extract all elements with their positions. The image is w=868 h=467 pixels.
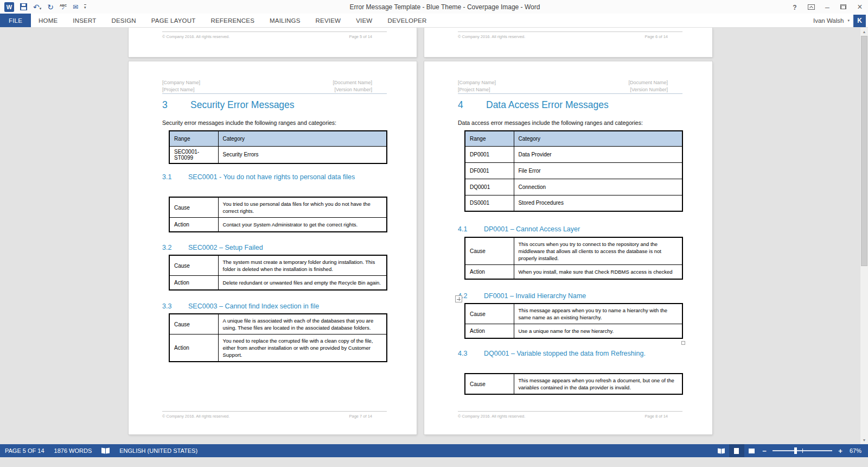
header-company: [Company Name] bbox=[458, 79, 496, 86]
scroll-up-icon[interactable]: ▲ bbox=[860, 28, 868, 36]
tab-developer[interactable]: DEVELOPER bbox=[380, 14, 434, 27]
zoom-out-button[interactable]: − bbox=[760, 444, 769, 457]
category-cell: Security Errors bbox=[218, 146, 387, 163]
tab-home[interactable]: HOME bbox=[31, 14, 65, 27]
print-layout-icon[interactable] bbox=[729, 444, 744, 457]
row-label: Cause bbox=[465, 237, 514, 265]
header-rule bbox=[458, 93, 682, 94]
cause-action-table[interactable]: Cause This occurs when you try to connec… bbox=[464, 237, 683, 280]
page-indicator[interactable]: PAGE 5 OF 14 bbox=[0, 444, 49, 457]
table-resize-handle[interactable] bbox=[681, 341, 685, 345]
row-text: Contact your System Administrator to get… bbox=[218, 218, 387, 232]
word-logo-icon[interactable] bbox=[4, 2, 14, 12]
row-text: When you install, make sure that Check R… bbox=[514, 265, 682, 279]
status-bar-right: − + 67% bbox=[714, 444, 868, 457]
row-text: Delete redundant or unwanted files and e… bbox=[218, 276, 387, 290]
vertical-scrollbar[interactable]: ▲ ▼ bbox=[860, 28, 868, 444]
page-8[interactable]: [Company Name] [Project Name] [Document … bbox=[424, 61, 712, 434]
row-label: Cause bbox=[169, 314, 218, 335]
tab-view[interactable]: VIEW bbox=[348, 14, 380, 27]
zoom-in-button[interactable]: + bbox=[835, 444, 845, 457]
scroll-down-icon[interactable]: ▼ bbox=[860, 436, 868, 444]
close-icon[interactable] bbox=[852, 0, 868, 14]
table-row: DP0001 Data Provider bbox=[465, 146, 682, 162]
ribbon-tab-row: FILE HOME INSERT DESIGN PAGE LAYOUT REFE… bbox=[0, 14, 868, 28]
redo-icon[interactable] bbox=[47, 3, 54, 11]
section-title: SEC0001 - You do not have rights to pers… bbox=[188, 172, 355, 183]
status-bar: PAGE 5 OF 14 1876 WORDS ENGLISH (UNITED … bbox=[0, 444, 868, 457]
zoom-slider[interactable] bbox=[773, 450, 832, 451]
page-5-partial[interactable]: © Company 2016. All rights reserved. Pag… bbox=[129, 28, 417, 57]
row-label: Action bbox=[169, 276, 218, 290]
window-title: Error Message Template - Blue Theme - Co… bbox=[122, 3, 768, 11]
save-icon[interactable] bbox=[20, 3, 27, 10]
web-layout-icon[interactable] bbox=[744, 444, 760, 457]
scrollbar-thumb[interactable] bbox=[861, 36, 867, 266]
table-move-handle-icon[interactable] bbox=[455, 295, 462, 302]
row-label: Cause bbox=[465, 374, 514, 394]
tab-design[interactable]: DESIGN bbox=[104, 14, 143, 27]
footer-copyright: © Company 2016. All rights reserved. bbox=[458, 34, 525, 39]
header-rule bbox=[162, 93, 387, 94]
proofing-status-icon[interactable] bbox=[97, 444, 114, 457]
table-row: Action When you install, make sure that … bbox=[465, 265, 682, 279]
restore-icon[interactable] bbox=[835, 0, 852, 14]
window-controls bbox=[768, 0, 868, 14]
category-cell: Connection bbox=[514, 179, 682, 195]
footer-page-number: Page 5 of 14 bbox=[349, 34, 372, 39]
ribbon-display-options-icon[interactable] bbox=[803, 0, 819, 14]
section-heading: 4.2 DF0001 – Invalid Hierarchy Name bbox=[458, 291, 586, 302]
intro-paragraph: Security error messages include the foll… bbox=[162, 119, 336, 126]
word-application-window: ▾ Error Message Template - Blue Theme - … bbox=[0, 0, 868, 467]
tab-references[interactable]: REFERENCES bbox=[203, 14, 262, 27]
footer-page-number: Page 6 of 14 bbox=[644, 34, 668, 39]
avatar[interactable]: K bbox=[853, 15, 866, 27]
section-title: SEC0002 – Setup Failed bbox=[188, 242, 263, 254]
section-title: DQ0001 – Variable stopped the data from … bbox=[484, 348, 646, 359]
word-count[interactable]: 1876 WORDS bbox=[49, 444, 97, 457]
page-header-right: [Document Name] [Version Number] bbox=[333, 79, 372, 93]
table-row: DS0001 Stored Procedures bbox=[465, 195, 682, 211]
page-header-right: [Document Name] [Version Number] bbox=[628, 79, 668, 93]
cause-action-table[interactable]: Cause This message appears when you try … bbox=[464, 303, 683, 339]
section-number: 4.3 bbox=[458, 348, 484, 359]
table-row: Action Contact your System Administrator… bbox=[169, 218, 387, 232]
range-category-table[interactable]: Range Category SEC0001-ST0099 Security E… bbox=[169, 130, 387, 164]
help-icon[interactable] bbox=[787, 0, 803, 14]
header-document: [Document Name] bbox=[628, 79, 668, 86]
cause-action-table[interactable]: Cause A unique file is associated with e… bbox=[169, 313, 387, 362]
chapter-number: 4 bbox=[458, 98, 486, 111]
customize-quick-access-icon[interactable] bbox=[84, 4, 86, 10]
account-dropdown-icon[interactable]: ▾ bbox=[847, 18, 850, 23]
page-6-partial[interactable]: © Company 2016. All rights reserved. Pag… bbox=[424, 28, 712, 57]
read-mode-icon[interactable] bbox=[714, 444, 729, 457]
range-cell: DF0001 bbox=[465, 162, 514, 179]
page-7[interactable]: [Company Name] [Project Name] [Document … bbox=[129, 61, 417, 434]
account-name[interactable]: Ivan Walsh bbox=[813, 17, 844, 24]
tab-file[interactable]: FILE bbox=[0, 14, 31, 27]
email-icon[interactable] bbox=[73, 3, 78, 11]
page-header-left: [Company Name] [Project Name] bbox=[458, 79, 496, 93]
cause-action-table[interactable]: Cause You tried to use personal data fil… bbox=[169, 197, 387, 232]
minimize-icon[interactable] bbox=[819, 0, 835, 14]
language-indicator[interactable]: ENGLISH (UNITED STATES) bbox=[114, 444, 202, 457]
table-row: Action Use a unique name for the new hie… bbox=[465, 324, 682, 338]
tab-review[interactable]: REVIEW bbox=[308, 14, 349, 27]
range-cell: DQ0001 bbox=[465, 179, 514, 195]
header-document: [Document Name] bbox=[333, 79, 372, 86]
cause-action-table[interactable]: Cause This message appears when you refr… bbox=[464, 373, 683, 395]
row-label: Cause bbox=[169, 255, 218, 276]
range-category-table[interactable]: Range Category DP0001 Data Provider DF00… bbox=[464, 130, 683, 212]
tab-insert[interactable]: INSERT bbox=[65, 14, 104, 27]
spelling-check-icon[interactable] bbox=[60, 4, 67, 10]
header-project: [Project Name] bbox=[458, 86, 496, 93]
undo-icon[interactable]: ▾ bbox=[33, 2, 41, 12]
zoom-slider-thumb[interactable] bbox=[794, 447, 797, 454]
row-text: Use a unique name for the new hierarchy. bbox=[514, 324, 682, 338]
tab-page-layout[interactable]: PAGE LAYOUT bbox=[144, 14, 203, 27]
tab-mailings[interactable]: MAILINGS bbox=[262, 14, 308, 27]
zoom-level[interactable]: 67% bbox=[845, 447, 868, 454]
cause-action-table[interactable]: Cause The system must create a temporary… bbox=[169, 255, 387, 291]
chapter-heading: 3 Security Error Messages bbox=[162, 98, 295, 111]
table-header-row: Range Category bbox=[169, 131, 387, 146]
